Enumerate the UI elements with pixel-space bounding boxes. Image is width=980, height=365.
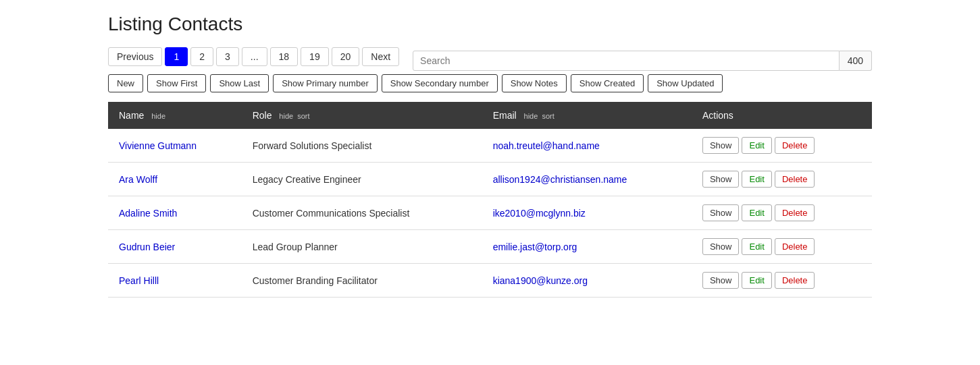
contact-name-link[interactable]: Adaline Smith (119, 208, 177, 219)
contact-name-link[interactable]: Pearl Hilll (119, 275, 159, 286)
contact-role-cell: Legacy Creative Engineer (242, 163, 482, 196)
contact-name-cell: Ara Wolff (108, 163, 242, 196)
contact-email-link[interactable]: kiana1900@kunze.org (493, 275, 588, 286)
pagination-page-3[interactable]: 3 (216, 47, 239, 66)
contact-name-cell: Adaline Smith (108, 196, 242, 230)
column-toggles: New Show First Show Last Show Primary nu… (108, 74, 872, 92)
pagination-previous[interactable]: Previous (108, 47, 162, 66)
email-sort-link[interactable]: sort (542, 112, 554, 120)
new-button[interactable]: New (108, 74, 143, 92)
actions-group: ShowEditDelete (702, 171, 861, 188)
show-button[interactable]: Show (702, 238, 740, 255)
contact-name-link[interactable]: Ara Wolff (119, 174, 157, 185)
pagination-page-2[interactable]: 2 (190, 47, 213, 66)
delete-button[interactable]: Delete (775, 238, 815, 255)
edit-button[interactable]: Edit (742, 171, 771, 188)
delete-button[interactable]: Delete (775, 204, 815, 221)
show-last-button[interactable]: Show Last (210, 74, 269, 92)
contact-email-link[interactable]: emilie.jast@torp.org (493, 242, 577, 252)
contact-email-cell: noah.treutel@hand.name (482, 129, 692, 163)
delete-button[interactable]: Delete (775, 171, 815, 188)
actions-group: ShowEditDelete (702, 272, 861, 289)
show-button[interactable]: Show (702, 204, 740, 221)
contact-role-cell: Lead Group Planner (242, 230, 482, 264)
table-row: Pearl HilllCustomer Branding Facilitator… (108, 264, 872, 298)
page-title: Listing Contacts (108, 13, 872, 35)
contact-name-cell: Vivienne Gutmann (108, 129, 242, 163)
contact-email-cell: kiana1900@kunze.org (482, 264, 692, 298)
contact-name-link[interactable]: Gudrun Beier (119, 242, 175, 252)
pagination-page-18[interactable]: 18 (270, 47, 299, 66)
edit-button[interactable]: Edit (742, 204, 771, 221)
show-button[interactable]: Show (702, 171, 740, 188)
show-secondary-button[interactable]: Show Secondary number (382, 74, 498, 92)
contact-name-cell: Pearl Hilll (108, 264, 242, 298)
pagination-page-19[interactable]: 19 (301, 47, 329, 66)
pagination-page-20[interactable]: 20 (332, 47, 360, 66)
name-hide-link[interactable]: hide (151, 112, 165, 120)
contact-actions-cell: ShowEditDelete (692, 196, 872, 230)
table-row: Ara WolffLegacy Creative Engineerallison… (108, 163, 872, 196)
contact-email-link[interactable]: allison1924@christiansen.name (493, 174, 627, 185)
search-count: 400 (840, 51, 872, 71)
col-header-role: Role hide sort (242, 102, 482, 129)
pagination-next[interactable]: Next (362, 47, 399, 66)
edit-button[interactable]: Edit (742, 272, 771, 289)
col-header-email: Email hide sort (482, 102, 692, 129)
show-button[interactable]: Show (702, 137, 740, 154)
table-row: Gudrun BeierLead Group Planneremilie.jas… (108, 230, 872, 264)
table-row: Vivienne GutmannForward Solutions Specia… (108, 129, 872, 163)
actions-group: ShowEditDelete (702, 238, 861, 255)
contact-actions-cell: ShowEditDelete (692, 264, 872, 298)
pagination-page-1[interactable]: 1 (165, 47, 188, 66)
table-row: Adaline SmithCustomer Communications Spe… (108, 196, 872, 230)
contact-role-cell: Customer Branding Facilitator (242, 264, 482, 298)
pagination: Previous 1 2 3 ... 18 19 20 Next (108, 47, 399, 66)
actions-group: ShowEditDelete (702, 137, 861, 154)
show-primary-button[interactable]: Show Primary number (273, 74, 378, 92)
show-created-button[interactable]: Show Created (571, 74, 644, 92)
contact-role-cell: Forward Solutions Specialist (242, 129, 482, 163)
email-hide-link[interactable]: hide (524, 112, 538, 120)
edit-button[interactable]: Edit (742, 137, 771, 154)
contact-name-cell: Gudrun Beier (108, 230, 242, 264)
search-input[interactable] (413, 51, 840, 71)
show-first-button[interactable]: Show First (147, 74, 206, 92)
contact-actions-cell: ShowEditDelete (692, 230, 872, 264)
actions-group: ShowEditDelete (702, 204, 861, 221)
contact-email-cell: ike2010@mcglynn.biz (482, 196, 692, 230)
contact-actions-cell: ShowEditDelete (692, 129, 872, 163)
contact-email-link[interactable]: noah.treutel@hand.name (493, 140, 600, 151)
contact-actions-cell: ShowEditDelete (692, 163, 872, 196)
contact-email-cell: emilie.jast@torp.org (482, 230, 692, 264)
contact-email-link[interactable]: ike2010@mcglynn.biz (493, 208, 586, 219)
contact-name-link[interactable]: Vivienne Gutmann (119, 140, 197, 151)
show-notes-button[interactable]: Show Notes (502, 74, 567, 92)
edit-button[interactable]: Edit (742, 238, 771, 255)
role-sort-link[interactable]: sort (297, 112, 309, 120)
show-button[interactable]: Show (702, 272, 740, 289)
col-header-name: Name hide (108, 102, 242, 129)
role-hide-link[interactable]: hide (279, 112, 293, 120)
contact-role-cell: Customer Communications Specialist (242, 196, 482, 230)
delete-button[interactable]: Delete (775, 272, 815, 289)
show-updated-button[interactable]: Show Updated (648, 74, 723, 92)
delete-button[interactable]: Delete (775, 137, 815, 154)
pagination-ellipsis: ... (242, 47, 267, 66)
contacts-table: Name hide Role hide sort Email hide (108, 102, 872, 298)
col-header-actions: Actions (692, 102, 872, 129)
contact-email-cell: allison1924@christiansen.name (482, 163, 692, 196)
